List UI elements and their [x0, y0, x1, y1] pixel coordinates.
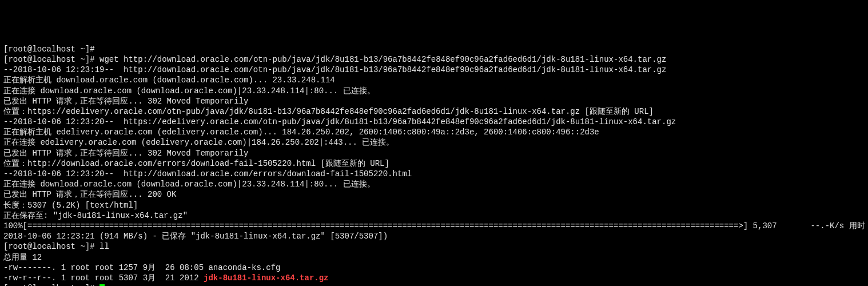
- prompt-line: [root@localhost ~]#: [3, 44, 865, 54]
- file-perms: -rw-r--r--. 1 root root 5307 3月 21 2012: [3, 273, 204, 283]
- http-request: 已发出 HTTP 请求，正在等待回应... 302 Moved Temporar…: [3, 96, 865, 106]
- content-length: 长度：5307 (5.2K) [text/html]: [3, 200, 865, 210]
- shell-prompt: [root@localhost ~]#: [3, 55, 99, 64]
- wget-timestamp: --2018-10-06 12:23:19-- http://download.…: [3, 65, 865, 75]
- file-name-archive: jdk-8u181-linux-x64.tar.gz: [204, 273, 328, 283]
- wget-timestamp-3: --2018-10-06 12:23:20-- http://download.…: [3, 169, 865, 179]
- http-request-2: 已发出 HTTP 请求，正在等待回应... 302 Moved Temporar…: [3, 148, 865, 158]
- shell-prompt: [root@localhost ~]#: [3, 284, 99, 286]
- total-size: 总用量 12: [3, 252, 865, 263]
- dns-resolve-2: 正在解析主机 edelivery.oracle.com (edelivery.o…: [3, 127, 865, 137]
- command-line-ll: [root@localhost ~]# ll: [3, 241, 865, 252]
- progress-bar: 100%[===================================…: [3, 221, 865, 231]
- connecting-2: 正在连接 edelivery.oracle.com (edelivery.ora…: [3, 137, 865, 148]
- terminal-output[interactable]: [root@localhost ~]#[root@localhost ~]# w…: [3, 44, 865, 286]
- connecting-3: 正在连接 download.oracle.com (download.oracl…: [3, 179, 865, 189]
- location-redirect-2: 位置：http://download.oracle.com/errors/dow…: [3, 158, 865, 169]
- saving-to: 正在保存至: "jdk-8u181-linux-x64.tar.gz": [3, 210, 865, 221]
- wget-command: wget http://download.oracle.com/otn-pub/…: [99, 55, 666, 64]
- file-entry: -rw-------. 1 root root 1257 9月 26 08:05…: [3, 263, 865, 273]
- shell-prompt: [root@localhost ~]#: [3, 242, 99, 251]
- wget-timestamp-2: --2018-10-06 12:23:20-- https://edeliver…: [3, 117, 865, 127]
- command-line-wget: [root@localhost ~]# wget http://download…: [3, 54, 865, 65]
- ll-command: ll: [99, 242, 109, 251]
- current-prompt: [root@localhost ~]#: [3, 283, 865, 286]
- connecting: 正在连接 download.oracle.com (download.oracl…: [3, 86, 865, 96]
- location-redirect: 位置：https://edelivery.oracle.com/otn-pub/…: [3, 106, 865, 117]
- dns-resolve: 正在解析主机 download.oracle.com (download.ora…: [3, 75, 865, 85]
- http-request-3: 已发出 HTTP 请求，正在等待回应... 200 OK: [3, 189, 865, 200]
- download-complete: 2018-10-06 12:23:21 (914 MB/s) - 已保存 "jd…: [3, 231, 865, 241]
- file-entry: -rw-r--r--. 1 root root 5307 3月 21 2012 …: [3, 273, 865, 283]
